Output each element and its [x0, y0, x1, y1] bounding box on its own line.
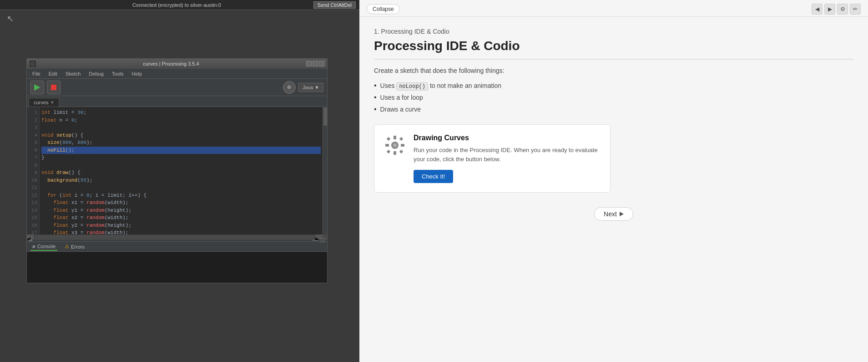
- code-line: float y2 = random(height);: [41, 222, 321, 229]
- code-line: for (int i = 0; i < limit; i++) {: [41, 192, 321, 199]
- card-icon: [384, 134, 406, 157]
- code-line: float n = 0;: [41, 117, 321, 124]
- svg-rect-10: [399, 137, 403, 141]
- resize-grip: [29, 240, 32, 241]
- code-noloop: noLoop(): [396, 82, 428, 91]
- code-line: [41, 184, 321, 192]
- lesson-number: 1. Processing IDE & Codio: [374, 28, 853, 35]
- console-icon: ■: [32, 244, 35, 249]
- right-content: 1. Processing IDE & Codio Processing IDE…: [359, 17, 868, 362]
- next-btn-container: Next: [374, 207, 853, 221]
- code-line: float x1 = random(width);: [41, 199, 321, 207]
- errors-label: Errors: [71, 244, 85, 250]
- connection-title: Connected (encrypted) to silver-austin:0: [40, 2, 313, 8]
- processing-icon: [384, 135, 405, 156]
- svg-rect-0: [313, 240, 318, 241]
- scrollbar-horizontal-area: ◂ ▸: [27, 235, 327, 239]
- svg-rect-7: [385, 144, 389, 147]
- code-line: int limit = 30;: [41, 109, 321, 117]
- list-item: Uses a for loop: [374, 93, 853, 102]
- ide-title: curves | Processing 3.5.4: [38, 61, 304, 66]
- card-body: Drawing Curves Run your code in the Proc…: [414, 134, 601, 183]
- nav-prev-button[interactable]: ◀: [812, 4, 823, 15]
- tab-label: curves: [34, 100, 48, 105]
- scroll-left-btn[interactable]: ◂: [27, 235, 34, 239]
- list-item: Draws a curve: [374, 105, 853, 113]
- ide-icon: ⬡: [30, 61, 36, 67]
- menu-file[interactable]: File: [29, 70, 44, 77]
- maximize-btn[interactable]: [313, 61, 318, 66]
- code-line: noFill();: [41, 147, 321, 154]
- java-mode-button[interactable]: Java ▼: [298, 83, 323, 92]
- next-arrow-icon: [620, 212, 624, 216]
- ide-menubar: File Edit Sketch Debug Tools Help: [27, 69, 327, 79]
- right-panel: Collapse ◀ ▶ ⚙ ✏ 1. Processing IDE & Cod…: [359, 0, 868, 362]
- scrollbar-thumb[interactable]: [323, 107, 327, 126]
- code-line: float x3 = random(width);: [41, 229, 321, 235]
- play-icon: [34, 84, 40, 91]
- code-line: }: [41, 154, 321, 162]
- console-tab[interactable]: ■ Console: [30, 243, 57, 251]
- run-button[interactable]: [30, 81, 44, 94]
- code-line: [41, 124, 321, 132]
- code-content[interactable]: int limit = 30; float n = 0; void setup(…: [40, 107, 323, 235]
- resize-icons: [313, 238, 325, 243]
- close-btn[interactable]: [319, 61, 324, 66]
- console-output[interactable]: [27, 252, 327, 283]
- errors-tab[interactable]: ⚠ Errors: [63, 243, 86, 250]
- console-label: Console: [37, 244, 56, 249]
- warning-icon: ⚠: [65, 244, 69, 250]
- ide-toolbar: ⚙ Java ▼: [27, 79, 327, 96]
- menu-help[interactable]: Help: [128, 70, 146, 77]
- check-it-button[interactable]: Check It!: [414, 170, 453, 183]
- right-header: Collapse ◀ ▶ ⚙ ✏: [359, 0, 868, 17]
- svg-rect-8: [401, 144, 404, 147]
- nav-next-button[interactable]: ▶: [824, 4, 835, 15]
- mouse-cursor: ↖: [7, 14, 14, 24]
- scrollbar-vertical[interactable]: [323, 107, 327, 235]
- nav-controls: ◀ ▶ ⚙ ✏: [812, 4, 861, 15]
- debugger-button[interactable]: ⚙: [283, 81, 296, 94]
- window-controls: [306, 61, 324, 66]
- stop-icon: [51, 85, 56, 90]
- svg-rect-11: [387, 150, 390, 153]
- list-text: Uses a for loop: [380, 94, 423, 101]
- info-card: Drawing Curves Run your code in the Proc…: [374, 124, 611, 193]
- svg-point-4: [393, 143, 397, 147]
- code-line: void setup() {: [41, 132, 321, 139]
- next-button[interactable]: Next: [594, 207, 633, 221]
- code-line: [41, 162, 321, 169]
- ide-window: ⬡ curves | Processing 3.5.4 File Edit Sk…: [26, 58, 328, 283]
- next-label: Next: [604, 210, 617, 218]
- top-bar: Connected (encrypted) to silver-austin:0…: [0, 0, 359, 10]
- bullet-list: Uses noLoop() to not make an animation U…: [374, 82, 853, 113]
- tab-arrow: ▼: [50, 100, 54, 105]
- menu-debug[interactable]: Debug: [85, 70, 107, 77]
- edit-button[interactable]: ✏: [850, 4, 861, 15]
- line-numbers: 12345 678910 1112131415 1617181920: [27, 107, 40, 235]
- list-text: Draws a curve: [380, 106, 421, 113]
- code-editor[interactable]: 12345 678910 1112131415 1617181920 int l…: [27, 107, 327, 235]
- console-bar: ■ Console ⚠ Errors: [27, 242, 327, 252]
- panel-icon: [320, 238, 325, 243]
- ide-titlebar: ⬡ curves | Processing 3.5.4: [27, 59, 327, 69]
- code-line: background(55);: [41, 177, 321, 184]
- card-title: Drawing Curves: [414, 134, 601, 142]
- svg-rect-5: [394, 136, 396, 139]
- scrollbar-horizontal[interactable]: [35, 235, 314, 239]
- split-icon: [313, 238, 318, 243]
- curves-tab[interactable]: curves ▼: [29, 98, 59, 107]
- svg-rect-12: [399, 150, 403, 153]
- left-panel: Connected (encrypted) to silver-austin:0…: [0, 0, 359, 362]
- lesson-title: Processing IDE & Codio: [374, 39, 853, 60]
- stop-button[interactable]: [47, 81, 61, 94]
- minimize-btn[interactable]: [306, 61, 312, 66]
- menu-edit[interactable]: Edit: [45, 70, 61, 77]
- send-ctrl-button[interactable]: Send CtrlAltDel: [313, 1, 356, 9]
- menu-tools[interactable]: Tools: [108, 70, 127, 77]
- settings-button[interactable]: ⚙: [837, 4, 848, 15]
- card-text: Run your code in the Processing IDE. Whe…: [414, 146, 601, 163]
- collapse-button[interactable]: Collapse: [367, 4, 400, 14]
- menu-sketch[interactable]: Sketch: [62, 70, 85, 77]
- svg-rect-6: [394, 151, 396, 155]
